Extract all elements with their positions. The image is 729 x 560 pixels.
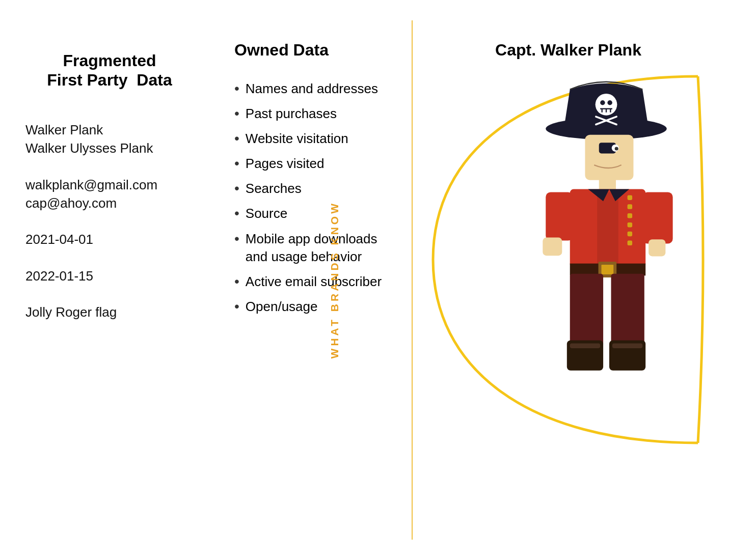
list-item: • Website visitation xyxy=(234,130,392,148)
svg-rect-20 xyxy=(543,238,562,256)
pirate-svg xyxy=(509,71,703,446)
list-item: • Searches xyxy=(234,180,392,198)
svg-rect-14 xyxy=(628,213,633,218)
svg-rect-12 xyxy=(628,195,633,200)
svg-point-9 xyxy=(615,147,618,150)
bullet-icon: • xyxy=(234,298,239,315)
bullet-icon: • xyxy=(234,130,239,147)
svg-rect-19 xyxy=(546,192,573,241)
list-item: • Past purchases xyxy=(234,105,392,123)
date-1: 2021-04-01 xyxy=(25,230,194,248)
svg-rect-21 xyxy=(642,192,672,244)
bullet-icon: • xyxy=(234,105,239,122)
name-1: Walker Plank xyxy=(25,121,194,139)
svg-rect-31 xyxy=(612,343,642,348)
email-2: cap@ahoy.com xyxy=(25,194,194,212)
left-title: FragmentedFirst Party Data xyxy=(25,51,194,90)
list-item-text: Searches xyxy=(246,180,302,198)
list-item-text: Mobile app downloads and usage behavior xyxy=(246,230,392,266)
bullet-icon: • xyxy=(234,180,239,197)
list-item-text: Source xyxy=(246,205,287,222)
svg-rect-6 xyxy=(585,135,633,180)
email-1: walkplank@gmail.com xyxy=(25,176,194,194)
bullet-icon: • xyxy=(234,155,239,172)
date2-group: 2022-01-15 xyxy=(25,267,194,285)
date1-group: 2021-04-01 xyxy=(25,230,194,248)
list-item-text: Past purchases xyxy=(246,105,337,123)
list-item: • Mobile app downloads and usage behavio… xyxy=(234,230,392,266)
bullet-icon: • xyxy=(234,80,239,97)
owned-data-list: • Names and addresses • Past purchases •… xyxy=(234,80,392,316)
flag-group: Jolly Roger flag xyxy=(25,303,194,321)
svg-rect-22 xyxy=(649,239,665,256)
bullet-icon: • xyxy=(234,273,239,290)
list-item: • Names and addresses xyxy=(234,80,392,98)
svg-rect-26 xyxy=(570,274,603,347)
what-brands-know-container: WHAT BRANDS KNOW xyxy=(329,0,341,560)
list-item: • Open/usage xyxy=(234,298,392,316)
middle-panel: Owned Data • Names and addresses • Past … xyxy=(214,0,408,560)
svg-rect-13 xyxy=(628,204,633,209)
list-item-text: Pages visited xyxy=(246,155,325,173)
svg-rect-25 xyxy=(602,265,614,274)
svg-rect-30 xyxy=(570,343,600,348)
names-group: Walker Plank Walker Ulysses Plank xyxy=(25,121,194,158)
list-item: • Active email subscriber xyxy=(234,273,392,291)
date-2: 2022-01-15 xyxy=(25,267,194,285)
flag-item: Jolly Roger flag xyxy=(25,303,194,321)
svg-rect-15 xyxy=(628,222,633,228)
list-item-text: Active email subscriber xyxy=(246,273,382,291)
pirate-character xyxy=(509,71,703,417)
svg-rect-16 xyxy=(628,232,633,237)
bullet-icon: • xyxy=(234,230,239,247)
main-container: FragmentedFirst Party Data Walker Plank … xyxy=(0,0,729,560)
emails-group: walkplank@gmail.com cap@ahoy.com xyxy=(25,176,194,213)
svg-rect-18 xyxy=(597,192,618,265)
svg-point-2 xyxy=(600,100,605,105)
left-panel: FragmentedFirst Party Data Walker Plank … xyxy=(0,0,214,560)
list-item: • Source xyxy=(234,205,392,222)
list-item: • Pages visited xyxy=(234,155,392,173)
list-item-text: Open/usage xyxy=(246,298,318,316)
bullet-icon: • xyxy=(234,205,239,222)
right-panel: Capt. Walker Plank xyxy=(408,0,729,560)
capt-walker-title: Capt. Walker Plank xyxy=(495,41,641,60)
name-2: Walker Ulysses Plank xyxy=(25,139,194,157)
svg-point-3 xyxy=(607,100,612,105)
list-item-text: Names and addresses xyxy=(246,80,378,98)
what-brands-know-label: WHAT BRANDS KNOW xyxy=(329,201,341,358)
svg-rect-17 xyxy=(628,241,633,246)
svg-rect-27 xyxy=(611,274,644,347)
owned-data-title: Owned Data xyxy=(234,41,392,60)
